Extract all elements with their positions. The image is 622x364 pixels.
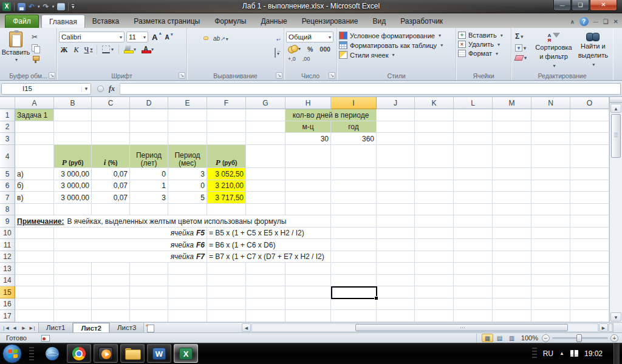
align-left-icon[interactable] [189,51,194,55]
taskbar-network-button[interactable] [40,344,64,363]
cell-h2[interactable]: м-ц [285,121,331,133]
cell[interactable] [285,180,331,192]
cell[interactable] [454,263,493,275]
scroll-down-icon[interactable] [610,312,621,322]
header-cell[interactable]: N [531,97,570,109]
find-select-button[interactable]: Найти и выделить [575,30,611,71]
cell[interactable] [54,109,92,121]
cell[interactable] [168,204,207,215]
cell[interactable] [531,286,570,298]
cell-d4[interactable]: Период(лет) [130,145,168,168]
cell[interactable] [377,286,415,298]
cell[interactable] [531,298,570,310]
cell-e4[interactable]: Период(мес) [168,145,207,168]
cell[interactable] [15,204,54,215]
cell[interactable] [531,109,570,121]
header-cell[interactable]: 5 [0,168,15,180]
cell[interactable] [493,228,531,239]
cell[interactable] [54,133,92,145]
cell[interactable] [454,192,493,204]
cell[interactable] [493,263,531,275]
cell[interactable] [493,298,531,310]
cell[interactable] [15,239,54,251]
collapse-ribbon-icon[interactable] [570,19,575,25]
cell[interactable] [331,263,377,275]
number-dialog-launcher-icon[interactable] [329,72,335,79]
cell[interactable] [415,251,454,263]
cell[interactable] [493,180,531,192]
cut-icon[interactable] [30,32,41,42]
action-center-icon[interactable] [570,350,578,357]
cell[interactable] [130,298,168,310]
cell-f4[interactable]: P (руб) [207,145,246,168]
underline-button[interactable]: Ч [83,44,94,55]
cell[interactable] [207,263,246,275]
cell[interactable] [531,215,570,228]
cell[interactable] [92,298,130,310]
cell[interactable] [54,275,92,286]
cell[interactable] [130,275,168,286]
cell[interactable] [570,180,609,192]
zoom-in-icon[interactable] [610,334,618,342]
cell[interactable] [246,263,285,275]
cell[interactable] [454,286,493,298]
cell[interactable] [207,204,246,215]
cell[interactable] [130,121,168,133]
header-cell[interactable]: 14 [0,275,15,286]
sheet-tab-3[interactable]: Лист3 [109,323,144,332]
cell[interactable] [377,145,415,168]
cell[interactable] [415,109,454,121]
cell[interactable] [92,263,130,275]
cell-c4[interactable]: i (%) [92,145,130,168]
cell[interactable] [285,298,331,310]
header-cell[interactable]: L [454,97,493,109]
shrink-font-icon[interactable] [163,33,173,41]
percent-style-button[interactable]: % [306,45,315,53]
cell[interactable] [415,180,454,192]
insert-cells-button[interactable]: Вставить [458,32,509,39]
increase-decimal-button[interactable]: +,0 [286,55,298,62]
cell[interactable] [570,239,609,251]
cell-a5[interactable]: а) [15,168,54,180]
cell-formula-f7[interactable]: = B7 x (1 + C7 x (D7 + E7 x H2 / I2) [207,251,331,263]
cell[interactable] [454,204,493,215]
header-cell[interactable]: F [207,97,246,109]
view-page-layout-icon[interactable] [494,334,505,342]
view-page-break-icon[interactable] [506,334,518,342]
cell[interactable] [493,286,531,298]
sheet-tab-1[interactable]: Лист1 [38,323,73,332]
cell[interactable] [207,109,246,121]
zoom-slider-thumb[interactable] [576,334,582,342]
align-right-icon[interactable] [203,51,208,55]
clipboard-dialog-launcher-icon[interactable] [49,72,55,79]
tab-formulas[interactable]: Формулы [207,15,253,28]
cell[interactable] [570,228,609,239]
paste-button[interactable]: Вставить [2,30,30,71]
header-cell[interactable]: C [92,97,130,109]
cell[interactable] [246,275,285,286]
taskbar-explorer-button[interactable] [120,344,145,363]
cell[interactable] [331,275,377,286]
header-cell[interactable]: K [415,97,454,109]
cell[interactable] [531,204,570,215]
header-cell[interactable]: 6 [0,180,15,192]
sort-filter-button[interactable]: АЯ Сортировка и фильтр [532,30,575,71]
cell[interactable] [493,310,531,322]
cell[interactable] [570,263,609,275]
decrease-indent-icon[interactable] [211,51,216,55]
align-top-icon[interactable] [189,36,194,40]
cell-h3[interactable]: 30 [285,133,331,145]
cell[interactable] [415,168,454,180]
cell[interactable] [531,228,570,239]
last-sheet-icon[interactable] [29,324,37,332]
fill-button[interactable] [513,44,532,52]
cell-b6[interactable]: 3 000,00 [54,180,92,192]
header-cell[interactable]: 12 [0,251,15,263]
next-sheet-icon[interactable] [19,324,28,332]
cell[interactable] [15,145,54,168]
taskbar-chrome-button[interactable] [67,344,91,363]
cell[interactable] [415,192,454,204]
alignment-dialog-launcher-icon[interactable] [276,72,282,79]
workbook-restore-icon[interactable] [603,18,609,25]
column-header-selected[interactable]: I [331,97,377,109]
